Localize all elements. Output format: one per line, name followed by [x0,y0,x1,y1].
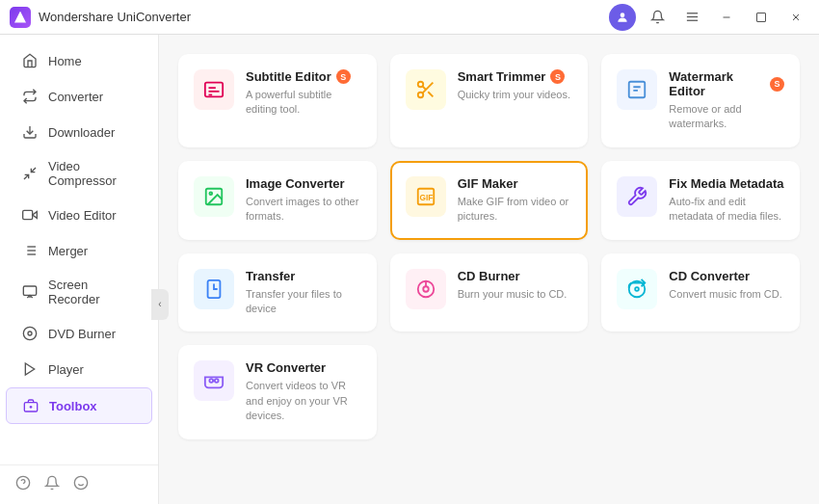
tool-card-cd-burner[interactable]: CD Burner Burn your music to CD. [390,253,589,332]
svg-rect-32 [205,83,223,97]
downloader-icon [21,123,39,141]
tool-card-gif-maker[interactable]: GIF GIF Maker Make GIF from video or pic… [390,161,589,240]
svg-point-53 [215,380,219,384]
tool-card-title-transfer: Transfer [246,269,361,283]
tool-card-title-cd-converter: CD Converter [669,269,784,283]
player-icon [21,360,39,378]
tool-card-desc-image-converter: Convert images to other formats. [246,195,361,225]
svg-point-48 [423,286,429,292]
compressor-icon [21,165,39,182]
tool-card-vr-converter[interactable]: VR Converter Convert videos to VR and en… [178,345,377,438]
svg-rect-5 [757,13,766,21]
tool-card-text-cd-burner: CD Burner Burn your music to CD. [458,269,573,302]
svg-point-51 [635,287,639,291]
sidebar-collapse-button[interactable]: ‹ [151,289,169,320]
tool-card-watermark-editor[interactable]: Watermark Editor S Remove or add waterma… [601,54,800,147]
tool-card-desc-transfer: Transfer your files to device [246,287,361,317]
dvd-burner-icon [21,325,39,342]
gif-tool-icon: GIF [406,176,446,217]
tool-card-transfer[interactable]: Transfer Transfer your files to device [178,253,377,332]
tool-card-desc-cd-burner: Burn your music to CD. [458,287,573,302]
sidebar-item-player[interactable]: Player [6,352,152,386]
screen-recorder-icon [21,283,39,301]
feedback-icon[interactable] [73,475,89,494]
tool-card-title-gif-maker: GIF Maker [458,176,573,191]
sidebar-item-toolbox[interactable]: Toolbox [6,387,152,424]
home-icon [21,52,39,69]
tool-card-text-transfer: Transfer Transfer your files to device [246,269,361,317]
tool-card-text-watermark-editor: Watermark Editor S Remove or add waterma… [669,69,784,132]
tool-card-title-watermark-editor: Watermark Editor S [669,69,784,98]
svg-marker-23 [25,363,34,375]
subtitle-tool-icon [194,69,234,110]
sidebar-item-video-editor[interactable]: Video Editor [6,198,152,232]
hamburger-menu-icon[interactable] [678,4,705,31]
sidebar-label-screen-recorder: Screen Recorder [48,278,137,306]
tool-grid: Subtitle Editor S A powerful subtitle ed… [178,54,800,439]
svg-point-29 [74,476,87,489]
window-controls [609,4,809,31]
sidebar-item-home[interactable]: Home [6,43,152,78]
tool-card-text-smart-trimmer: Smart Trimmer S Quicky trim your videos. [458,69,573,102]
minimize-button[interactable] [713,4,740,31]
sidebar-nav: Home Converter Downloader Video Compress… [0,35,158,464]
tool-card-title-fix-media-metadata: Fix Media Metadata [669,176,784,191]
cdburner-tool-icon [406,269,446,309]
sidebar-label-dvd-burner: DVD Burner [48,327,116,341]
svg-point-52 [209,380,213,384]
cdconvert-tool-icon [617,269,657,309]
tool-card-title-image-converter: Image Converter [246,176,361,191]
tool-card-smart-trimmer[interactable]: Smart Trimmer S Quicky trim your videos. [390,54,589,147]
help-icon[interactable] [15,475,31,494]
tool-card-text-subtitle-editor: Subtitle Editor S A powerful subtitle ed… [246,69,361,118]
sidebar-item-screen-recorder[interactable]: Screen Recorder [6,269,152,315]
svg-point-43 [209,192,212,195]
svg-point-21 [23,327,36,339]
tool-card-desc-smart-trimmer: Quicky trim your videos. [458,88,573,102]
sidebar-footer [0,464,158,504]
svg-line-40 [422,86,426,90]
app-logo [10,7,31,28]
sidebar-item-converter[interactable]: Converter [6,79,152,114]
badge-watermark-editor: S [770,77,784,92]
tool-card-title-cd-burner: CD Burner [458,269,573,283]
app-title: Wondershare UniConverter [39,10,609,24]
svg-line-39 [428,92,433,96]
sidebar: Home Converter Downloader Video Compress… [0,35,159,504]
sidebar-item-downloader[interactable]: Downloader [6,115,152,149]
sidebar-label-player: Player [48,362,84,377]
tool-card-desc-fix-media-metadata: Auto-fix and edit metadata of media file… [669,195,784,225]
tool-card-cd-converter[interactable]: CD Converter Convert music from CD. [601,253,800,332]
tool-card-title-vr-converter: VR Converter [246,360,361,375]
bell-icon[interactable] [44,475,60,494]
sidebar-item-video-compressor[interactable]: Video Compressor [6,150,152,197]
badge-smart-trimmer: S [550,69,565,84]
svg-rect-12 [23,210,33,219]
sidebar-label-toolbox: Toolbox [49,399,97,413]
sidebar-label-merger: Merger [48,244,88,258]
merger-icon [21,242,39,259]
notifications-icon[interactable] [644,4,671,31]
sidebar-label-video-compressor: Video Compressor [48,159,137,188]
fixmeta-tool-icon [617,176,657,217]
sidebar-item-merger[interactable]: Merger [6,233,152,268]
tool-card-desc-subtitle-editor: A powerful subtitle editing tool. [246,88,361,118]
svg-point-36 [417,82,423,88]
vr-tool-icon [194,360,234,401]
toolbox-icon [22,397,40,414]
sidebar-label-video-editor: Video Editor [48,208,117,223]
close-button[interactable] [782,4,809,31]
tool-card-fix-media-metadata[interactable]: Fix Media Metadata Auto-fix and edit met… [601,161,800,240]
svg-line-10 [24,174,29,179]
titlebar: Wondershare UniConverter [0,0,819,35]
tool-card-subtitle-editor[interactable]: Subtitle Editor S A powerful subtitle ed… [178,54,377,147]
user-avatar[interactable] [609,4,636,31]
sidebar-item-dvd-burner[interactable]: DVD Burner [6,316,152,351]
tool-card-image-converter[interactable]: Image Converter Convert images to other … [178,161,377,240]
svg-rect-19 [23,286,36,295]
tool-card-text-image-converter: Image Converter Convert images to other … [246,176,361,225]
tool-card-desc-cd-converter: Convert music from CD. [669,287,784,302]
svg-line-9 [31,168,36,172]
maximize-button[interactable] [748,4,775,31]
tool-card-title-subtitle-editor: Subtitle Editor S [246,69,361,84]
